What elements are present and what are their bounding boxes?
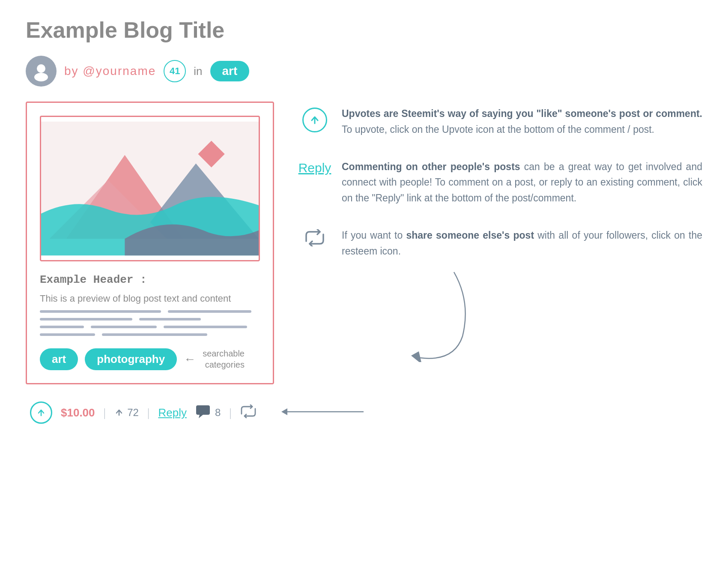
- example-header: Example Header :: [40, 273, 260, 286]
- svg-marker-11: [281, 408, 287, 415]
- upvote-description: Upvotes are Steemit's way of saying you …: [342, 106, 702, 138]
- bottom-bar: $10.00 | 72 | Reply 8 |: [26, 401, 702, 424]
- svg-point-1: [34, 73, 48, 81]
- upvote-circle-icon[interactable]: [302, 108, 327, 132]
- reply-explanation: Reply Commenting on other people's posts…: [300, 159, 702, 206]
- svg-marker-9: [199, 415, 203, 418]
- tags-row: art photography ← searchablecategories: [40, 348, 260, 370]
- preview-text: This is a preview of blog post text and …: [40, 293, 260, 304]
- author-row: by @yourname 41 in art: [26, 56, 702, 87]
- reply-description: Commenting on other people's posts can b…: [342, 159, 702, 206]
- tag-art[interactable]: art: [40, 348, 78, 370]
- bottom-reply-link[interactable]: Reply: [158, 406, 186, 419]
- upvote-explanation: Upvotes are Steemit's way of saying you …: [300, 106, 702, 138]
- in-label: in: [194, 65, 202, 78]
- divider-2: |: [147, 406, 150, 419]
- resteem-description: If you want to share someone else's post…: [342, 228, 702, 259]
- blog-image-frame: [40, 116, 260, 261]
- reputation-badge: 41: [164, 60, 186, 82]
- bottom-arrow-decoration: [278, 403, 364, 422]
- searchable-label: searchablecategories: [203, 348, 245, 370]
- divider-3: |: [229, 406, 232, 419]
- text-lines: [40, 310, 260, 336]
- bottom-votes: 72: [114, 407, 139, 419]
- tag-photography[interactable]: photography: [85, 348, 177, 370]
- bottom-resteem-icon[interactable]: [240, 404, 257, 421]
- votes-count: 72: [127, 407, 139, 419]
- blog-card: Example Header : This is a preview of bl…: [26, 102, 274, 384]
- comment-count: 8: [215, 407, 221, 419]
- svg-point-0: [37, 64, 45, 73]
- comment-icon-wrap: 8: [195, 404, 221, 421]
- author-category-pill[interactable]: art: [210, 61, 250, 81]
- svg-marker-7: [411, 351, 422, 362]
- bottom-upvote-button[interactable]: [30, 401, 52, 424]
- bottom-amount: $10.00: [61, 406, 95, 419]
- curve-arrow-decoration: [368, 268, 702, 362]
- reply-icon-container: Reply: [300, 159, 330, 175]
- resteem-icon-container: [300, 228, 330, 250]
- explanation-panel: Upvotes are Steemit's way of saying you …: [300, 102, 702, 362]
- resteem-icon[interactable]: [304, 229, 325, 250]
- divider-1: |: [104, 406, 106, 419]
- upvote-icon-container: [300, 106, 330, 132]
- svg-rect-8: [196, 405, 210, 415]
- reply-link-icon[interactable]: Reply: [298, 161, 331, 175]
- main-content: Example Header : This is a preview of bl…: [26, 102, 702, 384]
- tags-arrow: ←: [184, 352, 196, 366]
- comment-bubble-icon: [195, 404, 211, 421]
- resteem-explanation: If you want to share someone else's post…: [300, 228, 702, 259]
- avatar: [26, 56, 57, 87]
- author-name: by @yourname: [64, 64, 156, 78]
- blog-title: Example Blog Title: [26, 17, 702, 43]
